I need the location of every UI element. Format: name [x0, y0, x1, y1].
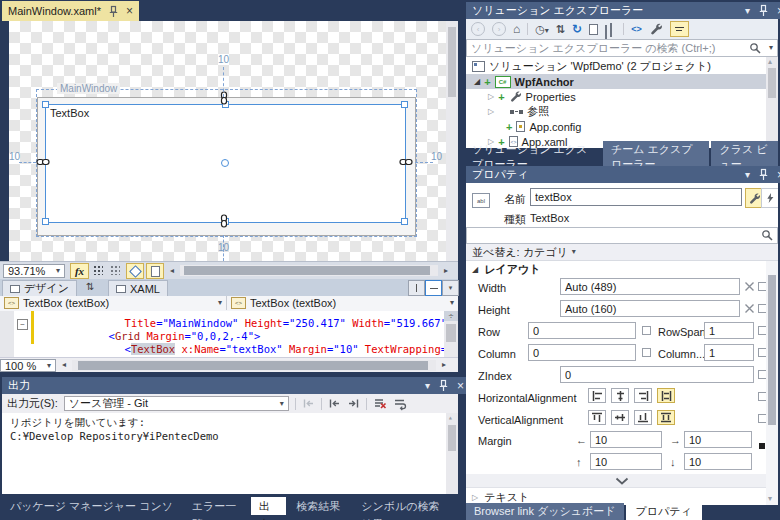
margin-right-input[interactable] [684, 431, 752, 448]
tab-package-manager-console[interactable]: パッケージ マネージャー コンソール [2, 497, 182, 515]
properties-titlebar[interactable]: プロパティ ▾ × [466, 166, 780, 183]
tree-item-appconfig[interactable]: + App.config [466, 119, 778, 134]
margin-anchor-top-icon[interactable] [220, 91, 228, 105]
breadcrumb-right[interactable]: <> TextBox (textBox) ▾ [227, 296, 458, 310]
tab-properties[interactable]: プロパティ [626, 503, 702, 520]
refresh-icon[interactable]: ↻ [572, 22, 582, 36]
editor-zoom-select[interactable]: 100 %▾ [0, 359, 56, 372]
tab-error-list[interactable]: エラー一覧 [184, 497, 249, 515]
tab-find-results-1[interactable]: 検索結果 1 [288, 497, 351, 515]
expander-expanded-icon[interactable]: ◢ [472, 265, 478, 274]
designer-zoom-select[interactable]: 93.71%▾ [3, 264, 65, 278]
reset-size-icon[interactable] [743, 302, 756, 315]
home-icon[interactable]: ⌂ [513, 22, 520, 36]
tree-item-references[interactable]: ▷ 参照 [466, 104, 778, 119]
tab-output[interactable]: 出力 [251, 497, 286, 515]
tab-xaml[interactable]: XAML [108, 280, 168, 297]
expander-collapsed-icon[interactable]: ▷ [472, 493, 478, 502]
goto-message-icon[interactable] [302, 397, 315, 410]
window-menu-icon[interactable]: ▾ [425, 381, 430, 391]
halign-stretch-button[interactable] [657, 388, 675, 403]
tab-symbol-results[interactable]: シンボルの検索結果 [353, 497, 458, 515]
zindex-input[interactable] [560, 366, 754, 383]
output-vscroll-thumb[interactable] [448, 425, 456, 451]
chevron-down-icon[interactable]: ▾ [769, 44, 773, 52]
window-menu-icon[interactable]: ▾ [745, 6, 750, 16]
halign-center-button[interactable] [611, 388, 629, 403]
clear-all-icon[interactable] [373, 397, 387, 410]
tree-item-solution[interactable]: ソリューション 'WpfDemo' (2 プロジェクト) [466, 59, 778, 74]
word-wrap-icon[interactable] [393, 397, 407, 411]
margin-anchor-bottom-icon[interactable] [220, 214, 228, 228]
show-all-files-icon[interactable]: <> [631, 24, 642, 34]
collapse-all-icon[interactable] [670, 21, 689, 37]
rowspan-input[interactable] [704, 322, 754, 339]
valign-center-button[interactable] [611, 410, 629, 425]
property-marker[interactable] [642, 348, 651, 357]
handle-bottom-right[interactable] [401, 218, 408, 225]
output-titlebar[interactable]: 出力 ▾ × [2, 377, 470, 394]
properties-vscroll-thumb[interactable] [768, 275, 776, 425]
pin-icon[interactable] [437, 379, 450, 392]
output-source-select[interactable]: ソース管理 - Git▾ [64, 396, 289, 411]
solution-explorer-titlebar[interactable]: ソリューション エクスプローラー ▾ × [466, 2, 780, 19]
handle-bottom-left[interactable] [42, 218, 49, 225]
scroll-up-arrow[interactable]: ▴ [448, 413, 453, 422]
editor-hscroll-left-arrow[interactable]: ◂ [62, 361, 66, 369]
margin-top-input[interactable] [590, 453, 662, 470]
events-bolt-button[interactable] [761, 188, 778, 208]
margin-left-input[interactable] [590, 431, 662, 448]
pin-icon[interactable] [107, 5, 120, 18]
previous-message-icon[interactable] [328, 397, 341, 410]
editor-hscroll-thumb[interactable] [78, 361, 428, 370]
margin-anchor-left-icon[interactable] [36, 158, 50, 166]
fold-collapse-icon[interactable]: − [17, 319, 28, 330]
properties-pages-icon[interactable] [589, 24, 598, 35]
document-tab-mainwindow[interactable]: MainWindow.xaml* × [2, 1, 139, 21]
halign-right-button[interactable] [634, 388, 652, 403]
tree-vscroll-thumb[interactable] [768, 68, 776, 98]
valign-bottom-button[interactable] [634, 410, 652, 425]
code-viewport[interactable]: − Title="MainWindow" Height="250.417" Wi… [0, 311, 444, 357]
preview-selected-icon[interactable] [605, 24, 616, 35]
show-grid-icon[interactable] [92, 264, 103, 275]
sort-row[interactable]: 並べ替え: カテゴリ▾ [466, 244, 778, 261]
properties-scrollbar[interactable]: ▾ [766, 261, 778, 505]
output-vertical-scrollbar[interactable]: ▴ [446, 413, 458, 494]
section-layout-header[interactable]: ◢ レイアウト [466, 261, 778, 278]
editor-horizontal-scrollbar[interactable] [72, 360, 436, 371]
artboard-bg-toggle-icon[interactable] [146, 263, 164, 279]
editor-vertical-scrollbar[interactable]: ÷ [444, 311, 458, 357]
width-input[interactable] [560, 278, 740, 295]
expand-more-row[interactable] [466, 474, 778, 487]
pin-icon[interactable] [757, 168, 770, 181]
window-menu-icon[interactable]: ▾ [745, 170, 750, 180]
output-content[interactable]: リポジトリを開いています: C:¥Develop Repository¥iPen… [2, 413, 458, 494]
scroll-down-arrow[interactable]: ▾ [768, 494, 772, 503]
editor-hscroll-right-arrow[interactable]: ▸ [442, 361, 446, 369]
effects-fx-button[interactable]: fx [70, 263, 89, 279]
property-marker[interactable] [642, 326, 651, 335]
reset-size-icon[interactable] [743, 280, 756, 293]
close-icon[interactable]: × [126, 4, 133, 18]
search-icon[interactable] [761, 229, 774, 242]
snap-grid-icon[interactable] [109, 264, 120, 275]
margin-bottom-input[interactable] [684, 453, 752, 470]
split-vertical-button[interactable] [408, 280, 425, 296]
forward-icon[interactable]: › [492, 22, 506, 36]
chevron-expand-icon[interactable] [615, 477, 629, 485]
margin-marker[interactable] [759, 443, 765, 449]
height-input[interactable] [560, 300, 740, 317]
solution-search-input[interactable] [466, 39, 778, 57]
editor-vscroll-thumb[interactable] [446, 324, 456, 342]
scroll-up-arrow[interactable]: ▴ [768, 57, 772, 66]
margin-anchor-right-icon[interactable] [399, 158, 413, 166]
designer-vscroll-thumb[interactable] [448, 27, 456, 97]
splitter-grip-icon[interactable]: ÷ [444, 311, 458, 321]
solution-search-box[interactable]: ▾ [466, 39, 778, 57]
close-icon[interactable]: × [457, 380, 464, 392]
expander-expanded-icon[interactable]: ◢ [474, 77, 480, 86]
handle-top-left[interactable] [42, 101, 49, 108]
next-message-icon[interactable] [347, 397, 360, 410]
name-input[interactable] [530, 188, 742, 206]
